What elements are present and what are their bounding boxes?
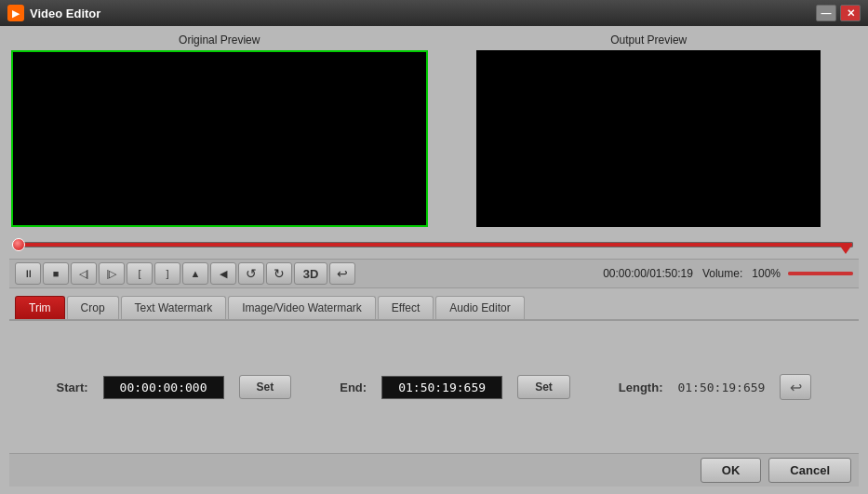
timeline-end-handle[interactable]	[839, 245, 852, 254]
close-button[interactable]: ✕	[840, 5, 861, 21]
tab-audio-editor[interactable]: Audio Editor	[435, 296, 524, 319]
3d-button[interactable]: 3D	[294, 262, 327, 285]
end-mark-icon: ]	[166, 268, 168, 279]
preview-area: Original Preview Output Preview	[9, 33, 859, 227]
prev-frame-icon: ◁|	[79, 268, 89, 280]
next-frame-button[interactable]: |▷	[99, 262, 125, 285]
start-label: Start:	[57, 381, 88, 394]
start-mark-icon: [	[138, 268, 140, 279]
undo-icon: ↩	[337, 266, 348, 281]
tilt-left-button[interactable]: ↺	[238, 262, 264, 285]
undo-button[interactable]: ↩	[329, 262, 355, 285]
left-icon: ◀	[220, 268, 227, 280]
app-icon: ▶	[7, 5, 24, 21]
end-label: End:	[340, 381, 367, 394]
output-preview-label: Output Preview	[610, 33, 687, 47]
volume-slider[interactable]	[788, 272, 853, 275]
original-preview-label: Original Preview	[179, 33, 260, 47]
tab-text-watermark[interactable]: Text Watermark	[121, 296, 227, 319]
tilt-left-icon: ↺	[246, 266, 257, 281]
up-button[interactable]: ▲	[182, 262, 208, 285]
tab-crop[interactable]: Crop	[67, 296, 119, 319]
trim-content: Start: Set End: Set Length: 01:50:19:659…	[9, 327, 859, 447]
tab-trim[interactable]: Trim	[15, 296, 65, 319]
stop-button[interactable]: ■	[43, 262, 69, 285]
set-start-button[interactable]: Set	[239, 375, 292, 399]
reset-button[interactable]: ↩	[780, 374, 811, 400]
bottom-bar: OK Cancel	[9, 453, 859, 487]
app-title: Video Editor	[30, 7, 816, 20]
timeline-wrapper[interactable]	[9, 233, 859, 253]
length-label: Length:	[619, 381, 663, 394]
output-preview-section: Output Preview	[439, 33, 860, 227]
controls-bar: ⏸ ■ ◁| |▷ [ ] ▲ ◀ ↺ ↻ 3D	[9, 259, 859, 288]
tilt-right-button[interactable]: ↻	[266, 262, 292, 285]
time-value: 00:00:00/01:50:19	[603, 267, 693, 280]
start-input[interactable]	[103, 376, 224, 399]
original-preview-section: Original Preview	[9, 33, 430, 227]
volume-slider-container	[788, 272, 853, 275]
pause-icon: ⏸	[23, 268, 33, 279]
next-frame-icon: |▷	[107, 268, 117, 280]
title-bar: ▶ Video Editor — ✕	[0, 0, 868, 26]
original-preview-screen	[11, 50, 428, 227]
prev-frame-button[interactable]: ◁|	[71, 262, 97, 285]
reset-icon: ↩	[790, 379, 802, 396]
ok-button[interactable]: OK	[701, 458, 762, 483]
length-value: 01:50:19:659	[677, 381, 765, 394]
trim-controls-row: Start: Set End: Set Length: 01:50:19:659…	[28, 374, 840, 400]
timeline-start-handle[interactable]	[12, 238, 25, 251]
end-mark-button[interactable]: ]	[154, 262, 180, 285]
pause-button[interactable]: ⏸	[15, 262, 41, 285]
set-end-button[interactable]: Set	[517, 375, 570, 399]
output-preview-screen	[476, 50, 821, 227]
volume-fill	[788, 272, 853, 275]
stop-icon: ■	[53, 268, 60, 279]
tab-image-video-watermark[interactable]: Image/Video Watermark	[228, 296, 376, 319]
3d-label: 3D	[303, 267, 319, 281]
tabs-bar: Trim Crop Text Watermark Image/Video Wat…	[9, 294, 859, 321]
minimize-button[interactable]: —	[816, 5, 836, 21]
window-controls: — ✕	[816, 5, 861, 21]
tab-effect[interactable]: Effect	[378, 296, 434, 319]
timeline-progress	[16, 243, 852, 247]
up-icon: ▲	[191, 268, 201, 279]
end-input[interactable]	[381, 376, 502, 399]
tilt-right-icon: ↻	[274, 266, 285, 281]
time-display: 00:00:00/01:50:19 Volume: 100%	[603, 267, 781, 280]
volume-label: Volume:	[702, 267, 742, 280]
volume-value: 100%	[752, 267, 781, 280]
start-mark-button[interactable]: [	[127, 262, 153, 285]
timeline-bar[interactable]	[15, 242, 853, 247]
left-button[interactable]: ◀	[210, 262, 236, 285]
main-content: Original Preview Output Preview ⏸ ■ ◁| |…	[0, 26, 868, 494]
cancel-button[interactable]: Cancel	[768, 458, 851, 483]
